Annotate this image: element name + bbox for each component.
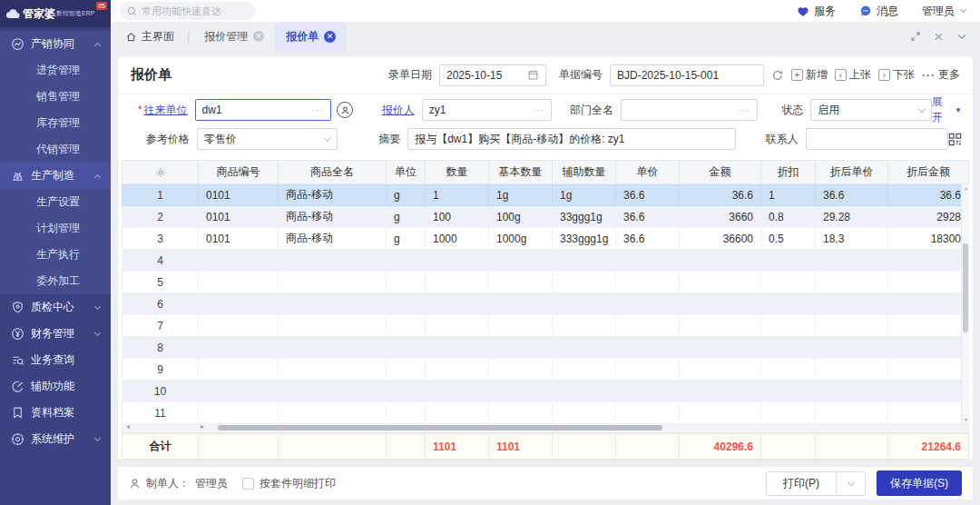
sidebar-item-daixiao[interactable]: 代销管理 (0, 136, 111, 163)
col-header[interactable]: 单价 (616, 161, 680, 184)
horizontal-scrollbar[interactable]: ◂ ▸ (122, 424, 969, 433)
grid-cell[interactable]: 0101 (199, 228, 279, 250)
scan-qr-icon[interactable] (948, 133, 962, 146)
new-button[interactable]: +新增 (791, 67, 828, 83)
grid-cell[interactable] (888, 293, 969, 315)
grid-cell[interactable] (387, 315, 426, 337)
grid-cell[interactable]: 36.6 (816, 184, 888, 206)
col-header[interactable]: 折后单价 (816, 161, 888, 184)
table-row[interactable]: 6 (122, 293, 969, 315)
grid-cell[interactable] (888, 250, 969, 272)
grid-cell[interactable] (616, 293, 680, 315)
grid-cell[interactable] (616, 315, 680, 337)
grid-cell[interactable] (553, 337, 616, 359)
grid-cell[interactable] (888, 337, 969, 359)
close-window-icon[interactable] (934, 32, 944, 42)
grid-cell[interactable] (553, 293, 616, 315)
col-header[interactable]: 数量 (426, 161, 489, 184)
sidebar-item-chanxiao[interactable]: 产销协同 (0, 31, 111, 57)
grid-cell[interactable]: 18300 (888, 228, 969, 250)
grid-cell[interactable]: 29.28 (816, 206, 888, 228)
grid-cell[interactable]: 1 (761, 184, 816, 206)
grid-cell[interactable] (616, 272, 680, 293)
ellipsis-picker-icon[interactable]: ··· (738, 104, 750, 115)
partner-label[interactable]: 往来单位 (144, 104, 188, 116)
grid-cell[interactable] (616, 402, 680, 424)
more-button[interactable]: ···更多 (922, 67, 960, 83)
vertical-scroll-thumb[interactable] (963, 243, 968, 332)
grid-cell[interactable] (888, 381, 969, 402)
grid-cell[interactable] (489, 315, 553, 337)
grid-cell[interactable]: 0101 (199, 184, 279, 206)
grid-cell[interactable] (816, 293, 888, 315)
column-settings-header[interactable] (122, 161, 199, 184)
grid-cell[interactable]: 100 (426, 206, 489, 228)
grid-cell[interactable] (616, 381, 680, 402)
grid-cell[interactable] (888, 402, 969, 424)
scroll-left-icon[interactable]: ◂ (126, 422, 130, 431)
grid-cell[interactable] (553, 315, 616, 337)
grid-cell[interactable]: g (387, 228, 426, 250)
print-options-button[interactable] (837, 471, 866, 496)
grid-cell[interactable]: 18.3 (816, 228, 888, 250)
grid-cell[interactable] (489, 337, 553, 359)
user-menu[interactable]: 管理员 (922, 4, 965, 19)
col-header[interactable]: 折后金额 (888, 161, 969, 184)
grid-cell[interactable]: g (387, 184, 426, 206)
grid-cell[interactable] (616, 359, 680, 381)
doc-no-field[interactable]: BJD-2025-10-15-001 (610, 64, 764, 86)
contact-field[interactable] (806, 128, 948, 150)
grid-cell[interactable] (199, 337, 279, 359)
sidebar-item-yewu-chaxun[interactable]: 业务查询 (0, 347, 111, 373)
table-row[interactable]: 9 (122, 359, 969, 381)
grid-cell[interactable] (199, 293, 279, 315)
grid-cell[interactable] (489, 381, 553, 402)
tab-home[interactable]: 主界面 (122, 22, 183, 51)
grid-cell[interactable] (761, 315, 816, 337)
grid-cell[interactable] (816, 402, 888, 424)
grid-cell[interactable] (888, 359, 969, 381)
grid-cell[interactable] (553, 250, 616, 272)
sidebar-item-weiwai[interactable]: 委外加工 (0, 268, 111, 294)
grid-cell[interactable] (553, 359, 616, 381)
partner-field[interactable]: dw1 ··· (195, 99, 332, 121)
table-row[interactable]: 11 (122, 402, 969, 424)
grid-cell[interactable]: 1g (489, 184, 553, 206)
refresh-icon[interactable] (771, 69, 784, 82)
sidebar-item-xitong[interactable]: 系统维护 (0, 426, 111, 452)
record-date-field[interactable]: 2025-10-15 (439, 64, 546, 86)
grid-cell[interactable] (279, 337, 387, 359)
table-row[interactable]: 8 (122, 337, 969, 359)
scroll-up-icon[interactable]: ▴ (963, 184, 969, 191)
horizontal-scroll-thumb[interactable] (218, 425, 662, 431)
col-header[interactable]: 辅助数量 (553, 161, 616, 184)
grid-cell[interactable] (199, 359, 279, 381)
service-menu[interactable]: 服务 (797, 4, 836, 19)
grid-cell[interactable] (426, 381, 489, 402)
grid-cell[interactable] (489, 359, 553, 381)
grid-cell[interactable] (680, 337, 761, 359)
sidebar-item-zhijian[interactable]: 质检中心 (0, 294, 111, 321)
sidebar-item-shengchan-shezhi[interactable]: 生产设置 (0, 189, 111, 215)
col-header[interactable]: 商品编号 (199, 161, 279, 184)
scroll-right-icon[interactable]: ▸ (201, 422, 204, 431)
grid-cell[interactable] (426, 272, 489, 293)
grid-cell[interactable]: 36.6 (616, 206, 680, 228)
prev-record-button[interactable]: ‹上张 (835, 67, 871, 83)
grid-cell[interactable] (199, 272, 279, 293)
grid-cell[interactable] (426, 293, 489, 315)
tab-quote-management[interactable]: 报价管理 ✕ (193, 22, 275, 51)
table-row[interactable]: 5 (122, 272, 969, 293)
grid-cell[interactable] (489, 272, 553, 293)
grid-cell[interactable] (680, 359, 761, 381)
grid-cell[interactable] (680, 402, 761, 424)
grid-cell[interactable] (553, 381, 616, 402)
grid-cell[interactable] (680, 293, 761, 315)
grid-cell[interactable] (489, 293, 553, 315)
sidebar-item-zhixing[interactable]: 生产执行 (0, 242, 111, 268)
grid-cell[interactable] (816, 272, 888, 293)
grid-cell[interactable]: 36600 (680, 228, 761, 250)
grid-cell[interactable] (387, 337, 426, 359)
summary-field[interactable]: 报与【dw1】购买【商品-移动】的价格: zy1 (407, 128, 735, 150)
grid-cell[interactable]: 33ggg1g (553, 206, 616, 228)
